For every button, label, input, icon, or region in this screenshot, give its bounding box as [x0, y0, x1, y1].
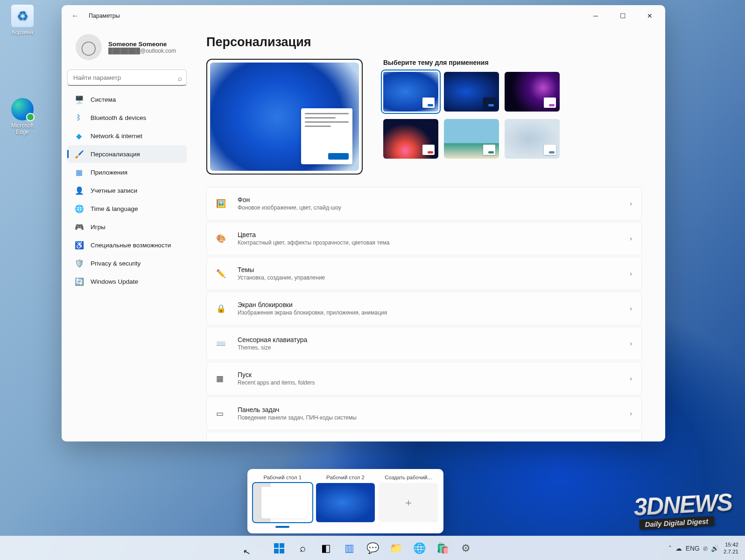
minimize-button[interactable]: ─	[582, 5, 609, 27]
back-button[interactable]: ←	[68, 9, 82, 23]
search-icon: ⌕	[178, 74, 182, 82]
theme-option-5[interactable]	[444, 119, 499, 159]
settings-card-3[interactable]: 🔒Экран блокировкиИзображения экрана блок…	[206, 292, 642, 325]
settings-card-7[interactable]: AᴀШрифты›	[206, 432, 642, 441]
user-email: ████████@outlook.com	[108, 48, 176, 54]
sidebar-item-4[interactable]: ▦Приложения	[67, 163, 187, 181]
plus-icon: ＋	[379, 483, 438, 522]
nav-icon: 🌐	[75, 204, 83, 213]
theme-option-1[interactable]	[383, 72, 438, 112]
card-title: Темы	[238, 266, 325, 273]
chat-button[interactable]: 💬	[362, 538, 383, 559]
card-desc: Контрастный цвет, эффекты прозрачности, …	[238, 239, 389, 246]
chevron-right-icon: ›	[630, 410, 632, 417]
titlebar: ← Параметры ─ ☐ ✕	[62, 5, 665, 27]
start-button[interactable]	[269, 538, 289, 559]
volume-icon[interactable]: 🔊	[711, 545, 719, 552]
watermark: 3DNEWS Daily Digital Digest	[633, 488, 733, 530]
card-desc: Изображения экрана блокировки, приложени…	[238, 309, 387, 316]
user-name: Someone Someone	[108, 41, 176, 48]
card-icon: ▭	[216, 409, 227, 419]
nav-icon: 🖥️	[75, 95, 83, 104]
nav-icon: 🎮	[75, 223, 83, 231]
network-icon[interactable]: ⎚	[703, 545, 707, 552]
chevron-right-icon: ›	[630, 270, 632, 277]
sidebar-item-7[interactable]: 🎮Игры	[67, 218, 187, 236]
card-icon: 🔒	[216, 304, 227, 314]
nav-label: Специальные возможности	[91, 242, 171, 249]
sidebar-item-1[interactable]: ᛒBluetooth & devices	[67, 109, 187, 126]
taskbar-search-icon[interactable]: ⌕	[292, 538, 313, 559]
sidebar-item-8[interactable]: ♿Специальные возможности	[67, 236, 187, 254]
user-account[interactable]: ◯ Someone Someone ████████@outlook.com	[64, 29, 190, 70]
nav-label: Система	[91, 96, 116, 103]
search-input[interactable]	[67, 70, 187, 86]
wallpaper-preview[interactable]	[206, 59, 363, 175]
nav-label: Приложения	[91, 169, 127, 176]
nav-label: Network & internet	[91, 133, 142, 140]
svg-rect-2	[274, 549, 279, 553]
tray-chevron-icon[interactable]: ˄	[668, 545, 672, 552]
edge-desktop-icon[interactable]: Microsoft Edge	[5, 98, 40, 135]
nav-label: Bluetooth & devices	[91, 114, 146, 121]
sidebar: ◯ Someone Someone ████████@outlook.com ⌕…	[62, 27, 192, 441]
task-view-button[interactable]: ◧	[316, 538, 336, 559]
settings-window: ← Параметры ─ ☐ ✕ ◯ Someone Someone ████…	[62, 5, 665, 441]
sidebar-item-0[interactable]: 🖥️Система	[67, 91, 187, 108]
sidebar-item-9[interactable]: 🛡️Privacy & security	[67, 254, 187, 272]
settings-card-4[interactable]: ⌨️Сенсорная клавиатураThemes, size›	[206, 327, 642, 360]
search-box[interactable]: ⌕	[67, 70, 187, 86]
virtual-desktop-1[interactable]: Рабочий стол 1	[253, 475, 312, 528]
file-explorer-button[interactable]: 📁	[386, 538, 406, 559]
edge-taskbar-icon[interactable]: 🌐	[409, 538, 429, 559]
card-title: Экран блокировки	[238, 301, 387, 308]
settings-card-5[interactable]: ▦ПускRecent apps and items, folders›	[206, 362, 642, 395]
theme-option-4[interactable]	[383, 119, 438, 159]
theme-option-6[interactable]	[505, 119, 560, 159]
sidebar-item-5[interactable]: 👤Учетные записи	[67, 182, 187, 199]
settings-card-1[interactable]: 🎨ЦветаКонтрастный цвет, эффекты прозрачн…	[206, 222, 642, 255]
nav-icon: ◆	[75, 132, 83, 140]
nav-icon: ♿	[75, 241, 83, 250]
chevron-right-icon: ›	[630, 375, 632, 382]
nav-list: 🖥️СистемаᛒBluetooth & devices◆Network & …	[64, 91, 190, 290]
clock[interactable]: 15:42 2.7.21	[724, 541, 738, 555]
close-button[interactable]: ✕	[636, 5, 663, 27]
card-icon: ▦	[216, 374, 227, 384]
sidebar-item-6[interactable]: 🌐Time & language	[67, 200, 187, 217]
nav-icon: 🖌️	[75, 150, 83, 159]
desktop-thumb-1	[253, 483, 312, 522]
sidebar-item-10[interactable]: 🔄Windows Update	[67, 273, 187, 290]
theme-option-2[interactable]	[444, 72, 499, 112]
settings-card-6[interactable]: ▭Панель задачПоведение панели задач, ПИН…	[206, 397, 642, 430]
themes-heading: Выберите тему для применения	[383, 59, 560, 66]
settings-card-0[interactable]: 🖼️ФонФоновое изображение, цвет, слайд-шо…	[206, 187, 642, 220]
theme-option-3[interactable]	[505, 72, 560, 112]
nav-icon: ᛒ	[75, 113, 83, 122]
virtual-desktop-2[interactable]: Рабочий стол 2	[316, 475, 375, 528]
card-icon: 🎨	[216, 234, 227, 244]
maximize-button[interactable]: ☐	[609, 5, 636, 27]
recycle-label: Корзина	[5, 29, 40, 35]
card-desc: Установка, создание, управление	[238, 274, 325, 281]
sidebar-item-3[interactable]: 🖌️Персонализация	[67, 145, 187, 163]
recycle-bin-desktop-icon[interactable]: ♻ Корзина	[5, 5, 40, 35]
card-title: Пуск	[238, 371, 315, 378]
page-title: Персонализация	[206, 35, 642, 49]
settings-taskbar-icon[interactable]: ⚙	[456, 538, 476, 559]
onedrive-icon[interactable]: ☁	[675, 545, 682, 552]
nav-icon: 👤	[75, 186, 83, 195]
widgets-button[interactable]: ▥	[339, 538, 359, 559]
settings-card-2[interactable]: ✏️ТемыУстановка, создание, управление›	[206, 257, 642, 290]
watermark-brand: 3DNEWS	[633, 488, 732, 521]
taskbar: ⌕ ◧ ▥ 💬 📁 🌐 🛍️ ⚙ ˄ ☁ ENG ⎚ 🔊 15:42 2.7.2…	[0, 536, 745, 560]
add-virtual-desktop[interactable]: Создать рабочий... ＋	[379, 475, 438, 528]
nav-label: Windows Update	[91, 278, 138, 285]
sidebar-item-2[interactable]: ◆Network & internet	[67, 127, 187, 145]
language-indicator[interactable]: ENG	[686, 545, 700, 552]
nav-label: Персонализация	[91, 151, 140, 158]
card-desc: Поведение панели задач, ПИН-коды системы	[238, 414, 357, 421]
theme-grid	[383, 72, 560, 159]
store-button[interactable]: 🛍️	[432, 538, 453, 559]
system-tray[interactable]: ˄ ☁ ENG ⎚ 🔊 15:42 2.7.21	[668, 541, 745, 555]
